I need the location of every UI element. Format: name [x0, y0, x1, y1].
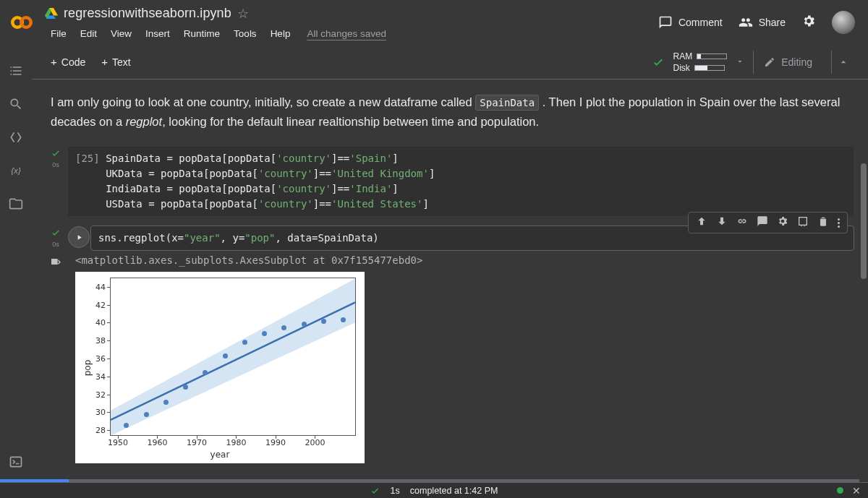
svg-line-2	[111, 303, 355, 420]
search-icon[interactable]	[9, 97, 23, 114]
chart-plot-area	[110, 278, 356, 436]
toolbar: +Code +Text RAM Disk Editing	[32, 45, 868, 80]
output-toggle-icon[interactable]	[43, 254, 68, 269]
menu-view[interactable]: View	[105, 25, 137, 42]
move-up-icon[interactable]	[696, 215, 707, 230]
add-code-button[interactable]: +Code	[45, 52, 91, 72]
variables-icon[interactable]: {x}	[9, 163, 23, 181]
collapse-header[interactable]	[831, 51, 855, 74]
status-message: completed at 1:42 PM	[410, 486, 498, 496]
svg-rect-3	[799, 218, 807, 226]
menu-insert[interactable]: Insert	[140, 25, 176, 42]
run-button[interactable]	[68, 226, 90, 248]
settings-button[interactable]	[801, 14, 816, 31]
more-icon[interactable]	[838, 215, 840, 230]
exec-time: 0s	[52, 161, 59, 168]
terminal-icon[interactable]	[9, 455, 23, 472]
avatar[interactable]	[832, 11, 855, 34]
comment-label: Comment	[678, 17, 723, 28]
status-check-icon	[370, 486, 380, 496]
cell-output: <matplotlib.axes._subplots.AxesSubplot a…	[43, 254, 854, 269]
notebook-title[interactable]: regressionwithseaborn.ipynb	[64, 6, 231, 21]
notebook-content: I am only going to look at one country, …	[32, 80, 868, 482]
drive-icon	[45, 8, 58, 20]
main-menu: File Edit View Insert Runtime Tools Help…	[45, 25, 392, 42]
svg-text:{x}: {x}	[11, 166, 21, 175]
menu-runtime[interactable]: Runtime	[178, 25, 226, 42]
comment-cell-icon[interactable]	[757, 215, 768, 230]
output-text: <matplotlib.axes._subplots.AxesSubplot a…	[68, 254, 854, 269]
resource-indicator[interactable]: RAM Disk	[673, 51, 728, 73]
exec-time: 0s	[52, 241, 59, 248]
files-icon[interactable]	[9, 197, 23, 214]
share-label: Share	[759, 17, 786, 28]
resource-dropdown[interactable]	[736, 56, 744, 69]
code-cell-1[interactable]: 0s [25] SpainData = popData[popData['cou…	[43, 147, 854, 216]
comment-button[interactable]: Comment	[658, 15, 723, 30]
left-rail: {x}	[0, 45, 32, 482]
status-close-icon[interactable]: ✕	[852, 485, 861, 497]
inline-code: SpainData	[475, 95, 539, 111]
mirror-icon[interactable]	[797, 215, 809, 230]
snippets-icon[interactable]	[9, 130, 23, 147]
code-editor[interactable]: [25] SpainData = popData[popData['countr…	[68, 147, 854, 216]
svg-rect-1	[11, 457, 22, 466]
status-dot	[837, 487, 843, 494]
save-status[interactable]: All changes saved	[301, 25, 392, 42]
executed-check-icon	[51, 148, 61, 158]
menu-edit[interactable]: Edit	[75, 25, 103, 42]
header: regressionwithseaborn.ipynb ☆ File Edit …	[0, 0, 868, 45]
cell-action-toolbar	[688, 212, 848, 233]
connected-check-icon	[652, 56, 665, 69]
status-bar: 1s completed at 1:42 PM ✕	[0, 482, 868, 498]
executed-check-icon	[51, 228, 61, 238]
colab-logo[interactable]	[9, 9, 35, 35]
chart-output: pop year 2830323436384042441950196019701…	[75, 272, 365, 463]
scrollbar-thumb[interactable]	[861, 163, 867, 279]
toc-icon[interactable]	[9, 64, 23, 81]
chart-xlabel: year	[75, 450, 365, 460]
status-seconds: 1s	[391, 486, 400, 496]
ram-bar	[697, 53, 727, 59]
star-icon[interactable]: ☆	[237, 6, 249, 22]
markdown-cell[interactable]: I am only going to look at one country, …	[43, 88, 854, 147]
menu-file[interactable]: File	[45, 25, 72, 42]
add-text-button[interactable]: +Text	[95, 52, 136, 72]
menu-tools[interactable]: Tools	[228, 25, 263, 42]
share-button[interactable]: Share	[739, 15, 786, 30]
delete-icon[interactable]	[817, 215, 829, 230]
menu-help[interactable]: Help	[265, 25, 297, 42]
disk-bar	[694, 65, 725, 71]
settings-cell-icon[interactable]	[777, 215, 788, 230]
link-icon[interactable]	[736, 215, 748, 230]
move-down-icon[interactable]	[716, 215, 728, 230]
mode-selector[interactable]: Editing	[753, 51, 822, 74]
